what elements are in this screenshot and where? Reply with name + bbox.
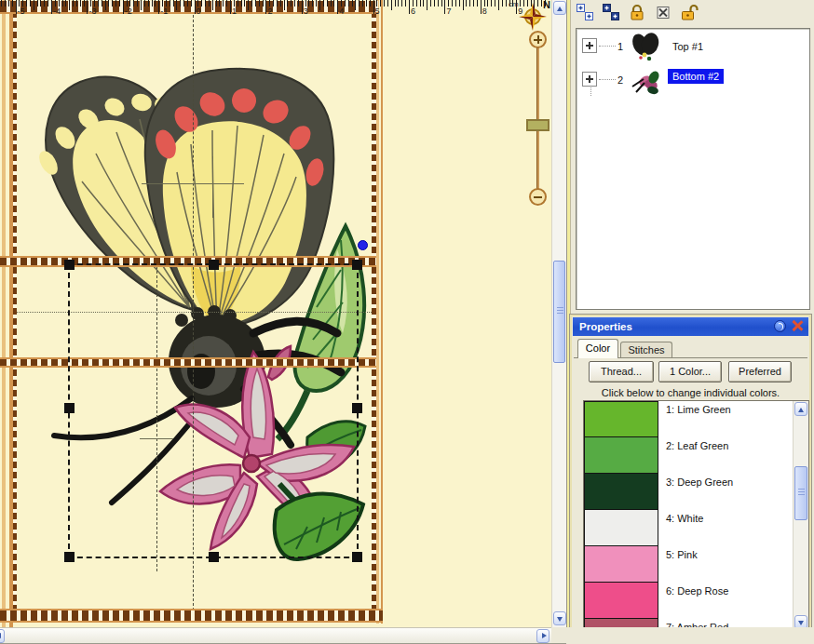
ruler-tick [384,0,385,7]
selection-box[interactable] [68,263,359,558]
preferred-button[interactable]: Preferred [728,361,792,382]
ruler-tick [259,0,260,7]
layer-row-top[interactable]: 1 Top #1 [577,33,809,64]
tree-connector [599,46,616,47]
scroll-up-button[interactable] [553,1,566,15]
hoop-border-bottom [0,610,383,621]
color-swatch[interactable] [584,401,658,437]
selection-handle[interactable] [352,403,362,413]
ruler-tick [73,0,74,7]
zoom-out-button[interactable] [529,188,547,206]
color-row[interactable]: 5: Pink [584,546,808,583]
compass-north-label: N [543,0,550,10]
tab-stitches[interactable]: Stitches [620,342,672,358]
ruler-tick-label: 1 [232,7,237,16]
selection-handle[interactable] [209,552,219,562]
embird-editor-window: cm -5-4-3-2-10123456789 N [0,0,814,644]
ruler-tick [90,0,91,7]
selection-handle[interactable] [64,260,75,270]
color-label: 4: White [666,513,703,524]
ruler-tick [8,0,9,7]
ruler-tick-label: 0 [197,7,201,16]
zoom-in-button[interactable] [529,31,547,48]
ruler-tick [187,0,188,7]
ruler-tick [30,0,31,7]
zoom-slider[interactable] [522,28,551,209]
layer-label[interactable]: Top #1 [668,39,708,54]
horizontal-scrollbar[interactable] [0,627,551,643]
scroll-down-button[interactable] [553,611,566,625]
ruler-tick [34,0,34,10]
scroll-left-button[interactable] [0,629,5,643]
layer-row-bottom[interactable]: 2 Bottom #2 [577,64,809,96]
ruler-tick [308,0,309,7]
color-swatch[interactable] [584,546,658,583]
layer-label-selected[interactable]: Bottom #2 [668,69,724,84]
color-swatch[interactable] [584,510,658,546]
ruler-tick [148,0,149,7]
color-swatch[interactable] [584,437,658,474]
ruler-tick [487,0,488,7]
ruler-tick [444,0,445,14]
lock-closed-icon[interactable] [626,2,648,21]
ruler-tick-label: -1 [160,7,168,16]
ruler-tick [327,0,328,7]
color-row[interactable]: 2: Leaf Green [584,437,808,474]
color-swatch[interactable] [584,583,658,619]
scroll-up-button[interactable] [794,402,807,416]
scroll-right-button[interactable] [536,629,549,643]
thread-button[interactable]: Thread... [589,361,654,382]
ruler-tick [370,0,371,7]
expand-button[interactable] [582,38,597,53]
ruler-tick-label: 5 [375,7,380,16]
ruler-tick [102,0,102,7]
ruler-tick-label: -3 [88,7,96,16]
vertical-scrollbar[interactable] [551,0,566,627]
color-row[interactable]: 1: Lime Green [584,401,808,437]
ruler-tick [312,0,313,7]
selection-handle[interactable] [209,260,219,270]
close-icon[interactable] [791,319,804,332]
ruler-tick [409,0,410,14]
zoom-slider-handle[interactable] [526,119,549,131]
color-row[interactable]: 3: Deep Green [584,474,808,510]
help-icon[interactable] [774,320,786,332]
properties-titlebar: Properties [573,317,808,336]
ruler-tick [359,0,360,7]
layers-list: 1 Top #1 2 [576,28,810,310]
tab-color[interactable]: Color [577,339,618,358]
ruler-tick [395,0,396,7]
color-row[interactable]: 4: White [584,510,808,546]
lock-crossed-icon[interactable] [652,2,674,21]
color-swatch[interactable] [584,474,658,510]
design-canvas[interactable]: cm -5-4-3-2-10123456789 N [0,0,551,627]
expand-button[interactable] [582,72,597,87]
ruler-tick-label: 3 [304,7,308,16]
select-parts-icon[interactable] [574,2,596,21]
color-row[interactable]: 6: Deep Rose [584,583,808,619]
color-list-scrollbar[interactable] [793,401,808,631]
selection-handle[interactable] [352,552,362,562]
ruler-tick [265,0,266,14]
merge-parts-icon[interactable] [600,2,622,21]
one-color-button[interactable]: 1 Color... [658,361,722,382]
ruler-tick [84,0,85,7]
selection-handle[interactable] [64,552,75,562]
ruler-tick [427,0,427,10]
ruler-tick [302,0,303,14]
lock-open-icon[interactable] [678,2,700,21]
tree-connector [599,79,616,80]
ruler-tick [129,0,130,7]
selection-handle[interactable] [64,403,75,413]
ruler-tick [230,0,231,14]
ruler-tick [331,0,332,7]
ruler-tick [115,0,116,7]
vertical-scrollbar-thumb[interactable] [553,261,565,363]
ruler-tick [413,0,414,7]
color-list-scrollbar-thumb[interactable] [794,466,807,520]
horizontal-ruler: cm -5-4-3-2-10123456789 [0,0,551,19]
ruler-tick [155,0,156,7]
ruler-tick [263,0,264,7]
selection-handle[interactable] [352,260,362,270]
design-start-point[interactable] [358,240,368,250]
